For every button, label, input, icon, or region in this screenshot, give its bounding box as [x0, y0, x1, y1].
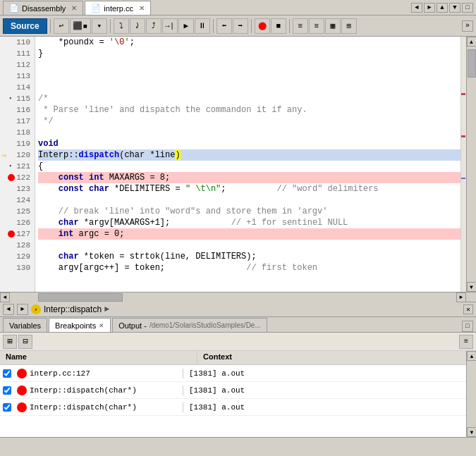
expand-icon-115[interactable]: ▪	[8, 95, 12, 102]
nav-down-btn[interactable]: ▼	[449, 3, 460, 13]
scroll-thumb[interactable]	[468, 49, 476, 78]
code-line-117: */	[38, 116, 460, 127]
toolbar-btn-2[interactable]: ⬛◾	[70, 18, 91, 34]
hscroll-left-btn[interactable]: ◄	[0, 292, 10, 302]
toolbar-btn-3[interactable]: ▾	[92, 18, 107, 34]
breadcrumb-back-btn[interactable]: ◄	[3, 304, 14, 315]
hscroll-track[interactable]	[10, 292, 456, 302]
pause-btn[interactable]: ⏸	[195, 18, 210, 34]
hscroll-right-btn[interactable]: ►	[456, 292, 466, 302]
code-content[interactable]: *poundx = '\0'; } /* * Parse 'line' and …	[35, 37, 460, 292]
tab-breakpoints[interactable]: Breakpoints ✕	[49, 318, 111, 332]
table-row[interactable]: Interp::dispatch(char*) [1381] a.out	[0, 399, 466, 416]
scroll-track[interactable]	[467, 47, 477, 282]
row-checkbox-3[interactable]	[0, 403, 14, 412]
panel-tb-btn-1[interactable]: ⊞	[3, 335, 17, 349]
col-header-name: Name	[0, 351, 197, 364]
run-to-btn[interactable]: →|	[162, 18, 178, 34]
window-restore-btn[interactable]: □	[462, 3, 473, 13]
panel-tb-btn-2[interactable]: ⊟	[18, 335, 32, 349]
breadcrumb-arrow: ►	[104, 304, 109, 314]
source-button[interactable]: Source	[3, 18, 47, 34]
vertical-scrollbar[interactable]: ▲ ▼	[466, 37, 476, 292]
horizontal-scrollbar[interactable]: ◄ ►	[0, 292, 476, 302]
code-line-122: const int MAXARGS = 8;	[38, 172, 460, 183]
stop-btn[interactable]: ■	[271, 18, 286, 34]
code-editor: 110 111 112 113 114 ▪ 115 116 117 118 11…	[0, 37, 466, 292]
row-checkbox-2[interactable]	[0, 386, 14, 395]
panel-scroll-track[interactable]	[467, 361, 476, 427]
gutter-115: ▪ 115	[0, 93, 35, 104]
table-header: Name Context	[0, 351, 466, 365]
nav-up-btn[interactable]: ▲	[437, 3, 448, 13]
right-mark-gutter	[460, 37, 466, 292]
tab-disassembly[interactable]: 📄 Disassembly ✕	[3, 1, 83, 15]
gutter-123: 123	[0, 183, 35, 195]
title-tabs: 📄 Disassembly ✕ 📄 interp.cc ✕	[3, 0, 151, 15]
toolbar-expand-btn[interactable]: »	[462, 20, 473, 32]
step-into-btn[interactable]: ⤵	[114, 18, 129, 34]
step-out-btn[interactable]: ⤴	[146, 18, 161, 34]
tab-output[interactable]: Output - /demo1/SolarisStudioSamples/De.…	[112, 318, 267, 332]
continue-btn[interactable]: ▶	[178, 18, 194, 34]
gutter-116: 116	[0, 104, 35, 116]
separator-2	[110, 19, 111, 33]
panel-vscroll[interactable]: ▲ ▼	[466, 351, 476, 437]
row-checkbox-1[interactable]	[0, 369, 14, 378]
panel-scroll-down-btn[interactable]: ▼	[467, 427, 476, 437]
view-btn-3[interactable]: ▦	[325, 18, 341, 34]
nav-right-btn[interactable]: ►	[424, 3, 435, 13]
back-btn[interactable]: ↩	[54, 18, 69, 34]
toolbar-group-1: ↩ ⬛◾ ▾	[54, 18, 107, 34]
row-name-text-3: Interp::dispatch(char*)	[30, 403, 137, 412]
panel-scroll-up-btn[interactable]: ▲	[467, 351, 476, 361]
right-mark-2	[461, 135, 465, 137]
breadcrumb-forward-btn[interactable]: ►	[17, 304, 28, 315]
scroll-down-btn[interactable]: ▼	[467, 282, 477, 292]
title-bar: 📄 Disassembly ✕ 📄 interp.cc ✕ ◄ ► ▲ ▼ □	[0, 0, 476, 16]
fwd-nav-btn[interactable]: ➡	[233, 18, 248, 34]
gutter-127: 127	[0, 228, 35, 240]
panel-table: Name Context interp.cc:127 [1381] a.out …	[0, 351, 466, 437]
gutter-122: 122	[0, 172, 35, 183]
toolbar-group-5: ≡ ≡ ▦ ⊞	[293, 18, 357, 34]
tab-interp-cc[interactable]: 📄 interp.cc ✕	[85, 1, 151, 15]
breakpoint-btn[interactable]: ⬤	[255, 18, 270, 34]
back-nav-btn[interactable]: ⬅	[216, 18, 232, 34]
current-line-arrow: ⇒	[1, 150, 6, 161]
toolbar-group-3: ⬅ ➡	[216, 18, 248, 34]
gutter-124: 124	[0, 195, 35, 206]
row-context-2: [1381] a.out	[183, 386, 466, 395]
code-line-111: }	[38, 48, 460, 59]
code-line-126: char *argv[MAXARGS+1]; // +1 for sentine…	[38, 217, 460, 228]
panel-tb-filter-btn[interactable]: ≡	[459, 335, 473, 349]
code-line-127: int argc = 0;	[38, 228, 460, 240]
nav-left-btn[interactable]: ◄	[411, 3, 422, 13]
tab-close-icon-active[interactable]: ✕	[139, 4, 145, 12]
hscroll-thumb[interactable]	[38, 293, 123, 302]
panel-expand-btn[interactable]: □	[462, 321, 473, 332]
code-line-125: // break 'line' into "word"s and store t…	[38, 206, 460, 217]
view-btn-1[interactable]: ≡	[293, 18, 308, 34]
expand-icon-121[interactable]: ▪	[8, 163, 12, 170]
step-over-btn[interactable]: ⤸	[130, 18, 145, 34]
panel-toolbar-buttons: ⊞ ⊟	[3, 335, 32, 349]
tab-variables-label: Variables	[9, 321, 41, 330]
line-number-gutter: 110 111 112 113 114 ▪ 115 116 117 118 11…	[0, 37, 35, 292]
title-controls: ◄ ► ▲ ▼ □	[411, 3, 473, 13]
table-row[interactable]: interp.cc:127 [1381] a.out	[0, 365, 466, 382]
tab-breakpoints-close[interactable]: ✕	[99, 322, 104, 329]
view-btn-2[interactable]: ≡	[309, 18, 324, 34]
scroll-up-btn[interactable]: ▲	[467, 37, 477, 47]
tab-close-icon[interactable]: ✕	[71, 4, 77, 12]
separator-3	[213, 19, 214, 33]
code-line-129: char *token = strtok(line, DELIMITERS);	[38, 251, 460, 262]
tab-variables[interactable]: Variables	[3, 318, 47, 332]
view-btn-4[interactable]: ⊞	[341, 18, 357, 34]
table-row[interactable]: Interp::dispatch(char*) [1381] a.out	[0, 382, 466, 399]
toolbar-group-4: ⬤ ■	[255, 18, 286, 34]
gutter-111: 111	[0, 48, 35, 59]
code-line-128	[38, 240, 460, 251]
breadcrumb-close-btn[interactable]: ✕	[463, 304, 473, 314]
code-line-123: const char *DELIMITERS = " \t\n"; // "wo…	[38, 183, 460, 195]
